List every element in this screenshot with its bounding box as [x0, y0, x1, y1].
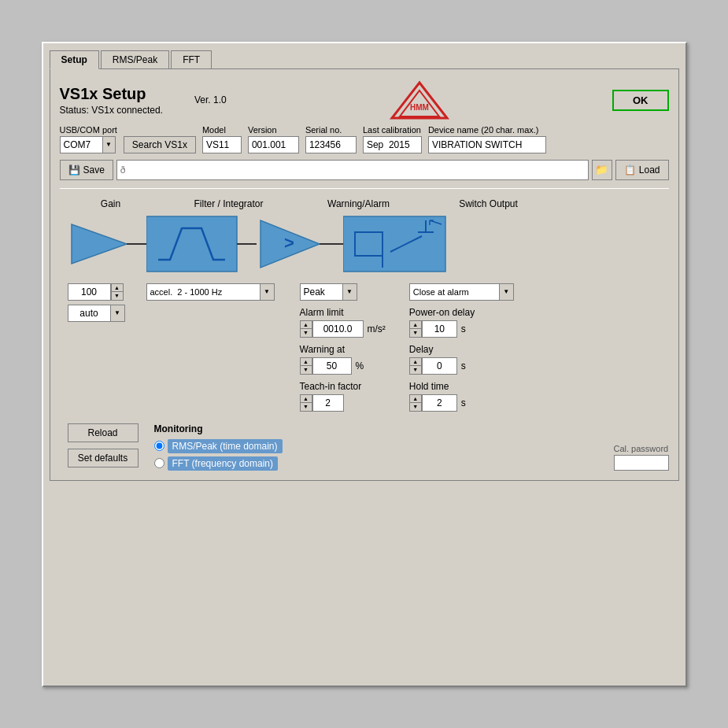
alarm-limit-row: ▲ ▼ m/s² — [300, 320, 386, 338]
ok-button[interactable]: OK — [612, 90, 669, 111]
alarm-up-btn[interactable]: ▲ — [300, 320, 312, 329]
power-up-btn[interactable]: ▲ — [409, 320, 422, 329]
peak-input[interactable] — [300, 283, 343, 301]
gain-input[interactable] — [68, 283, 111, 301]
warning-at-input[interactable] — [312, 357, 352, 375]
teach-in-group: Teach-in factor ▲ ▼ — [300, 381, 386, 412]
power-on-delay-group: Power-on delay ▲ ▼ s — [409, 307, 514, 338]
gain-controls: ▲ ▼ ▼ — [68, 283, 139, 322]
bottom-row: Reload Set defaults Monitoring RMS/Peak … — [60, 423, 669, 471]
hold-down-btn[interactable]: ▼ — [409, 403, 422, 412]
action-buttons: Reload Set defaults — [68, 423, 139, 467]
header-row: VS1x Setup Status: VS1x connected. Ver. … — [60, 79, 669, 122]
controls-area: ▲ ▼ ▼ ▼ — [60, 283, 669, 412]
power-down-btn[interactable]: ▼ — [409, 329, 422, 338]
set-defaults-button[interactable]: Set defaults — [68, 449, 139, 467]
com-port-combo: ▼ — [60, 136, 117, 153]
tab-setup[interactable]: Setup — [50, 50, 99, 69]
alarm-down-btn[interactable]: ▼ — [300, 329, 312, 338]
cal-password-input[interactable] — [614, 455, 669, 471]
cal-password-section: Cal. password — [614, 444, 669, 471]
peak-dropdown-btn[interactable]: ▼ — [343, 283, 357, 301]
rms-peak-radio-label: RMS/Peak (time domain) — [168, 439, 283, 453]
warning-at-group: Warning at ▲ ▼ % — [300, 344, 386, 375]
folder-button[interactable]: 📁 — [592, 160, 612, 180]
gain-down-btn[interactable]: ▼ — [111, 292, 124, 301]
warning-at-row: ▲ ▼ % — [300, 357, 386, 375]
save-icon: 💾 — [68, 164, 80, 176]
model-label: Model — [202, 125, 242, 135]
separator — [60, 188, 669, 189]
close-alarm-dropdown-btn[interactable]: ▼ — [500, 283, 514, 301]
rms-peak-option: RMS/Peak (time domain) — [154, 439, 283, 453]
version-input[interactable] — [248, 136, 299, 153]
filter-dropdown-btn[interactable]: ▼ — [261, 283, 275, 301]
save-load-row: 💾 Save 📁 📋 Load — [60, 160, 669, 180]
teachin-down-btn[interactable]: ▼ — [300, 403, 312, 412]
model-input[interactable] — [202, 136, 242, 153]
alarm-spinner: ▲ ▼ — [300, 320, 312, 338]
gain-chain-label: Gain — [68, 198, 154, 209]
load-button[interactable]: 📋 Load — [615, 160, 669, 180]
filter-input[interactable] — [146, 283, 261, 301]
tab-fft[interactable]: FFT — [171, 50, 212, 69]
svg-marker-3 — [72, 224, 127, 264]
switch-controls: ▼ Power-on delay ▲ ▼ s — [409, 283, 514, 412]
calibration-input[interactable] — [363, 136, 422, 153]
gain-diagram — [68, 212, 146, 275]
delay-down-btn[interactable]: ▼ — [409, 366, 422, 375]
warning-down-btn[interactable]: ▼ — [300, 366, 312, 375]
main-dialog: Setup RMS/Peak FFT VS1x Setup Status: VS… — [42, 42, 687, 687]
close-alarm-input[interactable] — [409, 283, 500, 301]
logo-icon: HMM — [388, 79, 451, 122]
hold-time-input[interactable] — [422, 394, 457, 412]
search-label — [124, 125, 196, 135]
reload-button[interactable]: Reload — [68, 423, 139, 442]
power-on-delay-input[interactable] — [422, 320, 457, 338]
chain-labels: Gain Filter / Integrator Warning/Alarm S… — [60, 198, 669, 209]
calibration-label: Last calibration — [363, 125, 422, 135]
title-section: VS1x Setup Status: VS1x connected. — [60, 85, 163, 116]
folder-icon: 📁 — [595, 164, 608, 176]
teachin-up-btn[interactable]: ▲ — [300, 394, 312, 403]
save-button[interactable]: 💾 Save — [60, 160, 113, 180]
filter-chain-label: Filter / Integrator — [166, 198, 292, 209]
calibration-group: Last calibration — [363, 125, 422, 153]
search-group: Search VS1x — [124, 125, 196, 153]
delay-up-btn[interactable]: ▲ — [409, 357, 422, 366]
power-spinner: ▲ ▼ — [409, 320, 422, 338]
fft-radio[interactable] — [154, 458, 164, 468]
load-icon: 📋 — [624, 164, 636, 176]
hold-up-btn[interactable]: ▲ — [409, 394, 422, 403]
hold-unit: s — [461, 397, 466, 408]
alarm-limit-input[interactable] — [312, 320, 364, 338]
com-port-dropdown-btn[interactable]: ▼ — [103, 136, 116, 153]
rms-peak-radio[interactable] — [154, 441, 164, 451]
serial-input[interactable] — [305, 136, 357, 153]
search-vs1x-button[interactable]: Search VS1x — [124, 136, 196, 153]
warning-spinner: ▲ ▼ — [300, 357, 312, 375]
svg-text:>: > — [284, 233, 294, 253]
alarm-controls: ▼ Alarm limit ▲ ▼ m/s² — [300, 283, 386, 412]
file-path-input[interactable] — [116, 160, 589, 180]
delay-input[interactable] — [422, 357, 457, 375]
delay-unit: s — [461, 360, 466, 371]
gain-up-btn[interactable]: ▲ — [111, 283, 124, 292]
teach-in-input[interactable] — [312, 394, 344, 412]
status-text: Status: VS1x connected. — [60, 105, 163, 116]
warning-up-btn[interactable]: ▲ — [300, 357, 312, 366]
monitoring-section: Monitoring RMS/Peak (time domain) FFT (f… — [154, 423, 283, 471]
peak-select-row: ▼ — [300, 283, 386, 301]
com-port-input[interactable] — [60, 136, 103, 153]
device-name-input[interactable] — [428, 136, 546, 153]
warning-at-label: Warning at — [300, 344, 386, 355]
hold-time-label: Hold time — [409, 381, 514, 392]
teach-in-label: Teach-in factor — [300, 381, 386, 392]
teach-in-row: ▲ ▼ — [300, 394, 386, 412]
tab-rms-peak[interactable]: RMS/Peak — [101, 50, 169, 69]
gain-spinner: ▲ ▼ — [111, 283, 124, 301]
auto-dropdown-btn[interactable]: ▼ — [111, 305, 125, 322]
auto-input[interactable] — [68, 305, 111, 322]
switch-diagram — [343, 212, 453, 275]
gain-value-row: ▲ ▼ — [68, 283, 139, 301]
